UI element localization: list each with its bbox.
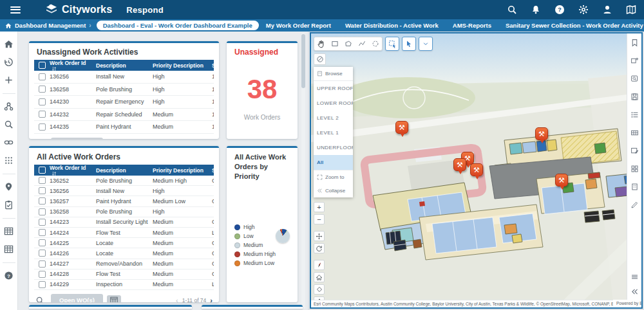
floor-collapse[interactable]: Collapse [314, 184, 353, 197]
row-checkbox[interactable] [39, 111, 46, 118]
zoom-in-button[interactable]: + [314, 202, 325, 212]
bookmark-icon[interactable] [630, 39, 639, 47]
table-row[interactable]: 136257 Paint Hydrant Medium Low Gastonia… [34, 196, 214, 206]
basemap-icon[interactable] [630, 129, 639, 137]
table-row[interactable]: 144232 Repair Scheduled Medium 1-Request… [34, 109, 214, 122]
location-pin-icon[interactable] [4, 182, 14, 192]
add-icon[interactable] [4, 75, 14, 85]
table-row[interactable]: 144225 Locate Medium Gastonia, Traci [34, 238, 214, 248]
search-icon[interactable] [507, 5, 517, 15]
work-order-marker[interactable]: ⚒ [453, 158, 466, 171]
row-checkbox[interactable] [39, 271, 46, 278]
legend-item[interactable]: Medium Low [234, 259, 276, 268]
row-checkbox[interactable] [39, 239, 46, 246]
table-row[interactable]: 144226 Locate Medium Gastonia, Traci [34, 248, 214, 259]
row-checkbox[interactable] [39, 187, 46, 194]
row-checkbox[interactable] [39, 250, 46, 257]
sketch-icon[interactable] [630, 201, 639, 209]
floor-level-item[interactable]: UPPER ROOF [314, 81, 353, 96]
save-icon[interactable] [630, 93, 639, 101]
help-icon[interactable]: ? [4, 271, 14, 280]
collapse-panel-icon[interactable] [630, 287, 639, 296]
active-dashboard-tab[interactable]: Dashboard - Eval - Work Order Dashboard … [97, 21, 259, 30]
add-layer-icon[interactable] [630, 57, 639, 65]
tasks-clipboard-icon[interactable] [4, 200, 14, 210]
map-book-icon[interactable] [626, 5, 636, 15]
pointer-icon[interactable] [402, 37, 416, 51]
work-order-marker[interactable]: ⚒ [470, 163, 483, 176]
row-checkbox[interactable] [39, 123, 46, 131]
row-checkbox[interactable] [39, 281, 46, 288]
disable-selection-icon[interactable] [314, 53, 326, 65]
table-row[interactable]: 144227 Remove/Abandon Medium Gastonia, T… [34, 259, 214, 269]
dashboard-scrollbar[interactable] [301, 33, 305, 309]
table-row[interactable]: 144235 Paint Hydrant Medium 1-Requested [34, 121, 214, 134]
search-icon[interactable] [35, 296, 44, 302]
table-report-2-icon[interactable] [4, 244, 14, 254]
breadcrumb[interactable]: Dashboard Management › [5, 22, 91, 29]
row-checkbox[interactable] [39, 229, 46, 236]
legend-item[interactable]: Low [234, 232, 276, 241]
dashboard-tab[interactable]: Sanitary Sewer Collection - Work Order A… [498, 22, 644, 29]
row-checkbox[interactable] [39, 197, 46, 205]
open-wo-button[interactable]: Open WO(s) [51, 138, 103, 140]
notifications-icon[interactable] [531, 5, 541, 15]
menu-icon[interactable] [630, 273, 639, 281]
home-extent-button[interactable] [314, 272, 325, 282]
row-checkbox[interactable] [39, 208, 46, 215]
dashboard-tab[interactable]: AMS-Reports [446, 22, 498, 29]
building-icon[interactable] [630, 183, 639, 191]
rotate-button[interactable] [314, 243, 325, 253]
draw-polygon-icon[interactable] [341, 37, 355, 50]
table-row[interactable]: 136252 Pole Brushing Medium High Gastoni… [34, 176, 214, 186]
compass-button[interactable] [314, 260, 325, 270]
draw-rectangle-icon[interactable] [328, 37, 341, 50]
draw-circle-icon[interactable] [368, 37, 382, 50]
floor-browse[interactable]: Browse [314, 67, 353, 80]
floor-level-item[interactable]: LEVEL 2 [314, 111, 353, 125]
table-row[interactable]: 144228 Flow Test Medium Gastonia, Traci [34, 269, 214, 280]
pan-mode-button[interactable] [314, 231, 325, 241]
legend-item[interactable]: High [234, 223, 276, 232]
floor-level-item[interactable]: LEVEL 1 [314, 125, 353, 140]
table-row[interactable]: 136258 Pole Brushing High [34, 207, 214, 217]
dashboard-tab[interactable]: My Work Order Report [259, 22, 338, 29]
table-row[interactable]: 144224 Flow Test Medium Lang, Billy [34, 228, 214, 238]
chevron-down-icon[interactable] [419, 37, 433, 51]
legend-list-icon[interactable] [630, 111, 639, 119]
row-checkbox[interactable] [39, 73, 46, 80]
link-icon[interactable] [4, 138, 14, 147]
row-checkbox[interactable] [39, 177, 46, 184]
floor-zoom-to[interactable]: Zoom to [314, 170, 353, 184]
floor-level-item[interactable]: LOWER ROOF [314, 96, 353, 111]
table-row[interactable]: 144230 Repair Emergency High 1-Requested [34, 96, 214, 109]
row-checkbox[interactable] [39, 86, 46, 93]
draw-polyline-icon[interactable] [355, 37, 368, 50]
history-icon[interactable] [4, 57, 14, 67]
settings-icon[interactable] [578, 5, 589, 15]
home-icon[interactable] [4, 39, 14, 49]
dashboard-tab[interactable]: Water Distribution - Active Work [338, 22, 446, 29]
table-row[interactable]: 144229 Inspection Medium Lang, Billy [34, 280, 214, 290]
column-settings-button[interactable] [107, 139, 121, 140]
locate-button[interactable] [314, 284, 325, 295]
page-next-icon[interactable]: › [210, 296, 213, 302]
page-prev-icon[interactable]: ‹ [176, 296, 178, 302]
table-row[interactable]: 136256 Install New High [34, 186, 214, 196]
hamburger-menu-icon[interactable] [10, 6, 21, 14]
apps-grid-icon[interactable] [4, 156, 14, 165]
floor-level-item[interactable]: UNDERFLOOR [314, 140, 353, 155]
open-wo-button[interactable]: Open WO(s) [51, 294, 103, 302]
legend-item[interactable]: Medium High [234, 250, 276, 259]
floor-all-item[interactable]: All [314, 155, 353, 170]
row-checkbox[interactable] [39, 98, 46, 105]
row-checkbox[interactable] [39, 219, 46, 226]
map-edit-icon[interactable] [630, 147, 639, 155]
work-order-marker[interactable]: ⚒ [535, 127, 548, 140]
search-document-icon[interactable] [630, 75, 639, 83]
row-checkbox[interactable] [39, 260, 46, 268]
column-settings-button[interactable] [107, 295, 121, 302]
priority-pie[interactable] [276, 229, 290, 243]
grid-apps-icon[interactable] [630, 165, 639, 173]
table-report-icon[interactable] [4, 226, 14, 236]
